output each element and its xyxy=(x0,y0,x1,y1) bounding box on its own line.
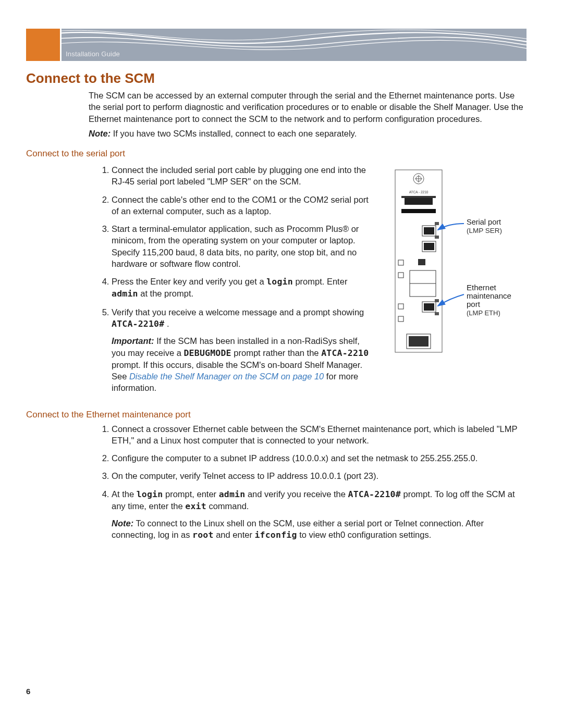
t: and enter xyxy=(214,530,255,539)
kw-root: root xyxy=(192,530,214,540)
serial-important: Important: If the SCM has been installed… xyxy=(112,335,374,393)
ethernet-steps: Connect a crossover Ethernet cable betwe… xyxy=(99,423,527,541)
svg-rect-15 xyxy=(418,259,425,265)
kw-login: login xyxy=(137,489,163,499)
t: and verify you receive the xyxy=(245,489,348,499)
diagram-col: ATCA - 2210 xyxy=(386,162,527,357)
serial-step-5: Verify that you receive a welcome messag… xyxy=(112,306,376,394)
page: Installation Guide Connect to the SCM Th… xyxy=(0,0,563,727)
header-band: Installation Guide xyxy=(26,29,527,61)
svg-rect-9 xyxy=(424,227,434,235)
important-label: Important: xyxy=(112,336,154,346)
t: prompt, enter xyxy=(163,489,218,499)
svg-rect-26 xyxy=(409,336,429,347)
serial-step-4: Press the Enter key and verify you get a… xyxy=(112,276,376,300)
serial-port-sublabel: (LMP SER) xyxy=(467,227,502,235)
page-number: 6 xyxy=(26,687,30,696)
scm-board-diagram: ATCA - 2210 xyxy=(386,167,527,355)
serial-subtitle: Connect to the serial port xyxy=(26,149,527,159)
kw-ifconfig: ifconfig xyxy=(254,530,297,540)
t: . xyxy=(164,319,169,328)
eth-step-3: On the computer, verify Telnet access to… xyxy=(112,470,527,482)
note-label: Note: xyxy=(89,129,111,138)
eth-port-sublabel: (LMP ETH) xyxy=(467,309,500,317)
disable-shelf-manager-link[interactable]: Disable the Shelf Manager on the SCM on … xyxy=(129,372,324,381)
svg-rect-23 xyxy=(398,304,403,309)
t: to view eth0 configuration settings. xyxy=(297,530,432,539)
header-accent-block xyxy=(26,29,60,61)
eth-step-4: At the login prompt, enter admin and ver… xyxy=(112,488,527,541)
wave-graphic-icon xyxy=(62,29,527,61)
note-label: Note: xyxy=(112,519,133,528)
svg-rect-5 xyxy=(405,198,433,205)
svg-rect-13 xyxy=(424,243,434,250)
svg-rect-21 xyxy=(435,299,439,302)
eth-port-label-3: port xyxy=(467,300,481,309)
svg-rect-16 xyxy=(398,273,403,278)
serial-two-col: Connect the included serial port cable b… xyxy=(26,162,527,400)
svg-rect-7 xyxy=(401,209,436,213)
serial-step-1: Connect the included serial port cable b… xyxy=(112,164,376,188)
kw-login: login xyxy=(266,277,293,287)
serial-port-label: Serial port xyxy=(467,218,501,226)
eth-port-label-2: maintenance xyxy=(467,291,511,300)
eth-port-label-1: Ethernet xyxy=(467,283,497,292)
serial-steps-col: Connect the included serial port cable b… xyxy=(26,162,376,400)
eth-note: Note: To connect to the Linux shell on t… xyxy=(112,517,524,541)
kw-prompt: ATCA-2210# xyxy=(112,319,164,329)
svg-rect-22 xyxy=(435,312,439,315)
note-two-scms: Note: If you have two SCMs installed, co… xyxy=(89,128,527,139)
section-title: Connect to the SCM xyxy=(26,70,527,87)
t: command. xyxy=(206,501,249,511)
kw-admin: admin xyxy=(112,289,138,299)
link-text: Disable the Shelf Manager on the SCM xyxy=(129,372,278,381)
note-text: If you have two SCMs installed, connect … xyxy=(111,129,357,138)
board-label: ATCA - 2210 xyxy=(409,190,429,194)
intro-paragraph: The SCM can be accessed by an external c… xyxy=(89,90,527,125)
kw-admin: admin xyxy=(219,489,246,499)
svg-rect-10 xyxy=(435,222,439,225)
kw-exit: exit xyxy=(185,501,206,511)
link-text-2: on page 10 xyxy=(278,372,324,381)
svg-rect-14 xyxy=(398,260,403,265)
guide-label: Installation Guide xyxy=(66,50,120,58)
t: prompt. Enter xyxy=(293,277,348,286)
eth-step-2: Configure the computer to a subnet IP ad… xyxy=(112,452,527,464)
kw-atca: ATCA-2210 xyxy=(321,348,369,358)
t: Press the Enter key and verify you get a xyxy=(112,277,266,286)
svg-rect-6 xyxy=(401,196,436,198)
t: Verify that you receive a welcome messag… xyxy=(112,307,364,317)
ethernet-subtitle: Connect to the Ethernet maintenance port xyxy=(26,410,527,420)
t: At the xyxy=(112,489,137,499)
kw-debugmode: DEBUGMODE xyxy=(183,348,231,358)
svg-rect-24 xyxy=(398,316,403,322)
t: at the prompt. xyxy=(138,289,193,298)
svg-rect-20 xyxy=(424,303,434,311)
serial-step-3: Start a terminal-emulator application, s… xyxy=(112,223,376,269)
svg-rect-11 xyxy=(435,236,439,239)
kw-prompt: ATCA-2210# xyxy=(348,489,401,499)
serial-steps: Connect the included serial port cable b… xyxy=(99,164,376,394)
serial-step-2: Connect the cable's other end to the COM… xyxy=(112,194,376,217)
t: prompt rather than the xyxy=(231,348,321,357)
header-grey-band: Installation Guide xyxy=(62,29,527,61)
eth-step-1: Connect a crossover Ethernet cable betwe… xyxy=(112,423,527,447)
